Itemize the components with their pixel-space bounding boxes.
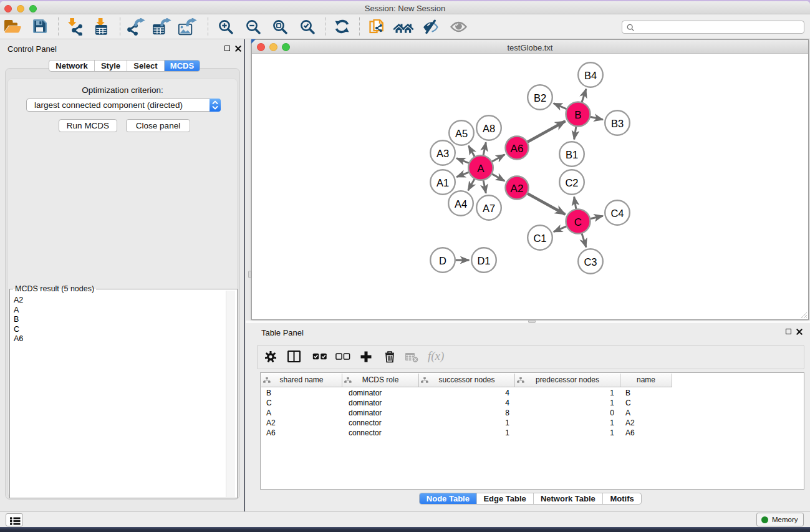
svg-text:A1: A1 — [436, 177, 449, 188]
svg-text:A5: A5 — [455, 128, 468, 139]
svg-text:A6: A6 — [511, 143, 524, 155]
svg-text:A2: A2 — [511, 183, 524, 195]
svg-text:A3: A3 — [436, 148, 449, 159]
svg-text:B2: B2 — [534, 92, 546, 104]
svg-text:B1: B1 — [566, 149, 578, 160]
svg-text:C: C — [574, 216, 582, 228]
svg-text:D1: D1 — [477, 255, 490, 266]
svg-text:A8: A8 — [483, 123, 495, 134]
svg-text:B3: B3 — [611, 118, 624, 129]
svg-text:B4: B4 — [584, 70, 597, 81]
svg-text:A: A — [477, 163, 485, 175]
svg-text:B: B — [574, 109, 581, 121]
svg-text:A4: A4 — [455, 198, 467, 210]
svg-text:C1: C1 — [533, 233, 546, 244]
svg-text:A7: A7 — [483, 203, 495, 214]
svg-text:D: D — [439, 255, 446, 266]
svg-text:C4: C4 — [610, 208, 624, 219]
svg-text:C2: C2 — [565, 177, 578, 188]
svg-text:C3: C3 — [584, 256, 597, 268]
